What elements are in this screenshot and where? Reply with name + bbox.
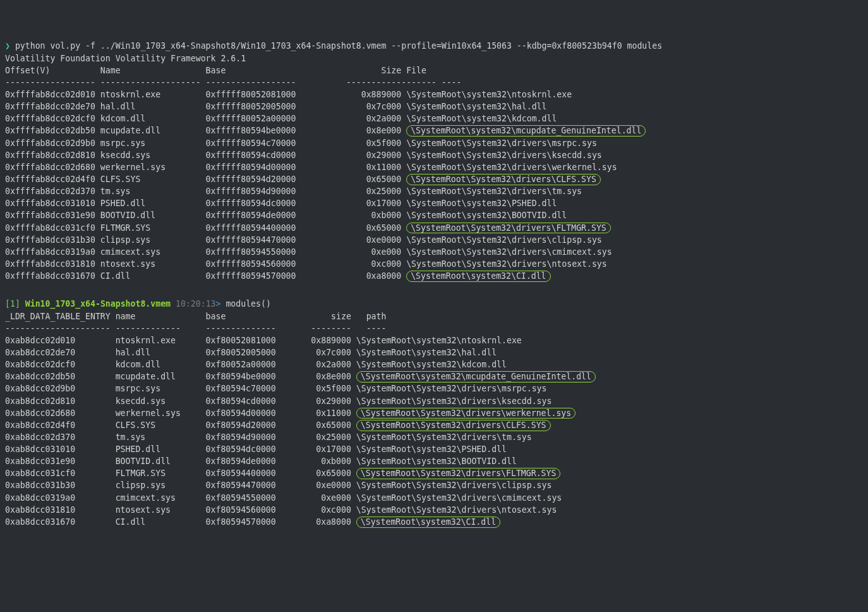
table-row: 0xffffab8dcc031cf0 FLTMGR.SYS 0xfffff805… bbox=[5, 222, 863, 234]
table-row: 0xab8dcc031810 ntosext.sys 0xf8059456000… bbox=[5, 504, 863, 516]
table-row: 0xab8dcc031670 CI.dll 0xf80594570000 0xa… bbox=[5, 516, 863, 528]
table-row: 0xffffab8dcc02d810 ksecdd.sys 0xfffff805… bbox=[5, 149, 863, 161]
highlighted-path: \SystemRoot\system32\CI.dll bbox=[356, 517, 500, 528]
table-row: 0xffffab8dcc031670 CI.dll 0xfffff8059457… bbox=[5, 270, 863, 282]
table-row: 0xab8dcc0319a0 cmimcext.sys 0xf805945500… bbox=[5, 492, 863, 504]
bottom-table-header: _LDR_DATA_TABLE_ENTRY name base size pat… bbox=[5, 310, 863, 322]
table-row: 0xffffab8dcc031e90 BOOTVID.dll 0xfffff80… bbox=[5, 209, 863, 221]
table-row: 0xab8dcc031e90 BOOTVID.dll 0xf80594de000… bbox=[5, 455, 863, 467]
table-row: 0xffffab8dcc02dcf0 kdcom.dll 0xfffff8005… bbox=[5, 113, 863, 125]
call-text: modules() bbox=[220, 299, 270, 309]
session-index: 1 bbox=[10, 299, 15, 309]
highlighted-path: \SystemRoot\system32\mcupdate_GenuineInt… bbox=[406, 125, 646, 137]
highlighted-path: \SystemRoot\System32\drivers\CLFS.SYS bbox=[356, 420, 551, 431]
table-row: 0xab8dcc02dcf0 kdcom.dll 0xf80052a00000 … bbox=[5, 358, 863, 370]
table-row: 0xab8dcc02d680 werkernel.sys 0xf80594d00… bbox=[5, 407, 863, 419]
table-row: 0xab8dcc02d010 ntoskrnl.exe 0xf800520810… bbox=[5, 334, 863, 346]
table-row: 0xab8dcc02d370 tm.sys 0xf80594d90000 0x2… bbox=[5, 431, 863, 443]
table-row: 0xffffab8dcc02de70 hal.dll 0xfffff800520… bbox=[5, 101, 863, 113]
table-row: 0xab8dcc031010 PSHED.dll 0xf80594dc0000 … bbox=[5, 443, 863, 455]
bracket-icon: [ bbox=[5, 299, 10, 309]
table-row: 0xffffab8dcc02db50 mcupdate.dll 0xfffff8… bbox=[5, 125, 863, 137]
session-name: Win10_1703_x64-Snapshot8.vmem bbox=[20, 299, 176, 309]
table-row: 0xab8dcc02db50 mcupdate.dll 0xf80594be00… bbox=[5, 370, 863, 382]
prompt-icon: ❯ bbox=[5, 41, 10, 51]
highlighted-path: \SystemRoot\System32\drivers\CLFS.SYS bbox=[406, 174, 601, 185]
bottom-table-dashes: --------------------- ------------- ----… bbox=[5, 322, 863, 334]
highlighted-path: \SystemRoot\system32\CI.dll bbox=[406, 271, 550, 282]
highlighted-path: \SystemRoot\System32\drivers\werkernel.s… bbox=[356, 408, 576, 419]
table-row: 0xffffab8dcc02d370 tm.sys 0xfffff80594d9… bbox=[5, 185, 863, 197]
table-row: 0xffffab8dcc031b30 clipsp.sys 0xfffff805… bbox=[5, 234, 863, 246]
table-row: 0xab8dcc02de70 hal.dll 0xf80052005000 0x… bbox=[5, 346, 863, 358]
table-row: 0xffffab8dcc031010 PSHED.dll 0xfffff8059… bbox=[5, 197, 863, 209]
table-row: 0xab8dcc031cf0 FLTMGR.SYS 0xf80594400000… bbox=[5, 467, 863, 479]
command-line: ❯ python vol.py -f ../Win10_1703_x64-Sna… bbox=[5, 40, 863, 52]
highlighted-path: \SystemRoot\system32\mcupdate_GenuineInt… bbox=[356, 371, 596, 382]
table-row: 0xffffab8dcc031810 ntosext.sys 0xfffff80… bbox=[5, 258, 863, 270]
top-table-header: Offset(V) Name Base Size File bbox=[5, 64, 863, 76]
highlighted-path: \SystemRoot\System32\drivers\FLTMGR.SYS bbox=[356, 468, 561, 479]
table-row: 0xab8dcc02d810 ksecdd.sys 0xf80594cd0000… bbox=[5, 395, 863, 407]
table-row: 0xffffab8dcc02d9b0 msrpc.sys 0xfffff8059… bbox=[5, 137, 863, 149]
bracket-icon: ] bbox=[15, 299, 20, 309]
table-row: 0xab8dcc02d4f0 CLFS.SYS 0xf80594d20000 0… bbox=[5, 419, 863, 431]
table-row: 0xab8dcc031b30 clipsp.sys 0xf80594470000… bbox=[5, 479, 863, 491]
timestamp: 10:20:13 bbox=[176, 299, 216, 309]
session-prompt-line: [1] Win10_1703_x64-Snapshot8.vmem 10:20:… bbox=[5, 298, 863, 310]
table-row: 0xffffab8dcc02d4f0 CLFS.SYS 0xfffff80594… bbox=[5, 173, 863, 185]
highlighted-path: \SystemRoot\System32\drivers\FLTMGR.SYS bbox=[406, 223, 611, 234]
command-text: python vol.py -f ../Win10_1703_x64-Snaps… bbox=[10, 41, 662, 51]
tool-banner: Volatility Foundation Volatility Framewo… bbox=[5, 52, 863, 64]
terminal-output: ❯ python vol.py -f ../Win10_1703_x64-Sna… bbox=[5, 40, 863, 528]
table-row: 0xffffab8dcc02d680 werkernel.sys 0xfffff… bbox=[5, 161, 863, 173]
table-row: 0xffffab8dcc02d010 ntoskrnl.exe 0xfffff8… bbox=[5, 89, 863, 101]
table-row: 0xab8dcc02d9b0 msrpc.sys 0xf80594c70000 … bbox=[5, 382, 863, 395]
top-table-dashes: ------------------ -------------------- … bbox=[5, 76, 863, 89]
table-row: 0xffffab8dcc0319a0 cmimcext.sys 0xfffff8… bbox=[5, 246, 863, 258]
